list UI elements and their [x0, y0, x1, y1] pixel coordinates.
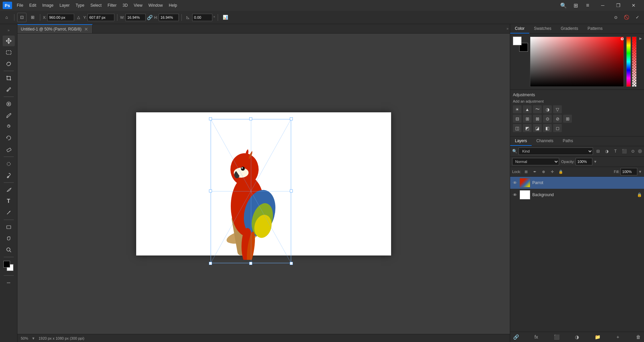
layer-mask-button[interactable]: ⬛ [553, 333, 560, 341]
foreground-color-box[interactable] [513, 37, 522, 45]
y-input[interactable] [88, 14, 114, 21]
tab-gradients[interactable]: Gradients [556, 24, 583, 34]
menu-help[interactable]: Help [166, 2, 180, 9]
brightness-contrast-icon[interactable]: ☀ [513, 105, 522, 113]
color-balance-icon[interactable]: ⊞ [523, 115, 532, 123]
menu-layer[interactable]: Layer [57, 2, 72, 9]
color-saturation-field[interactable] [530, 37, 624, 87]
more-tools-button[interactable]: ••• [3, 277, 15, 288]
filter-toggle[interactable] [638, 149, 642, 153]
transform-handle-mr[interactable] [290, 189, 293, 192]
smartobject-filter-icon[interactable]: ⊙ [629, 148, 637, 155]
lock-move-icon[interactable]: ✛ [548, 168, 556, 175]
link-proportions-icon[interactable]: 🔗 [147, 15, 153, 20]
tab-paths[interactable]: Paths [558, 136, 578, 146]
transform-mode-button[interactable]: ⊡ [17, 13, 26, 22]
workspace-icon[interactable]: ⊞ [571, 1, 580, 10]
channel-mixer-icon[interactable]: ⊘ [553, 115, 562, 123]
warp-mode-button[interactable]: ⊞ [28, 13, 37, 22]
gradient-map-icon[interactable]: ◧ [543, 124, 552, 132]
pixel-filter-icon[interactable]: ⊟ [594, 148, 602, 155]
menu-view[interactable]: View [131, 2, 145, 9]
lock-all-icon[interactable]: 🔒 [557, 168, 565, 175]
layers-kind-filter[interactable]: Kind [519, 148, 593, 155]
invert-icon[interactable]: ◫ [513, 124, 522, 132]
menu-edit[interactable]: Edit [26, 2, 39, 9]
transform-handle-tl[interactable] [209, 117, 212, 120]
transform-handle-bl[interactable] [209, 262, 212, 265]
tab-layers[interactable]: Layers [510, 136, 532, 146]
minimize-button[interactable]: ─ [595, 0, 610, 11]
bw-icon[interactable]: ⊠ [533, 115, 542, 123]
posterize-icon[interactable]: ◩ [523, 124, 532, 132]
x-input[interactable] [47, 14, 74, 21]
hue-slider[interactable] [626, 37, 631, 87]
search-icon[interactable]: 🔍 [559, 1, 568, 10]
layer-item-parrot[interactable]: 👁 Parrot [510, 177, 644, 189]
brush-tool[interactable] [3, 110, 15, 121]
zoom-control[interactable]: ▼ [32, 336, 35, 340]
levels-icon[interactable]: ▲ [523, 105, 532, 113]
delete-layer-button[interactable]: 🗑 [635, 333, 642, 341]
type-filter-icon[interactable]: T [612, 148, 619, 155]
transform-handle-br[interactable] [290, 262, 293, 265]
transform-handle-tr[interactable] [290, 117, 293, 120]
eyedropper-tool[interactable] [3, 84, 15, 95]
close-button[interactable]: ✕ [626, 0, 641, 11]
color-lookup-icon[interactable]: ⊞ [563, 115, 572, 123]
shape-filter-icon[interactable]: ⬛ [621, 148, 628, 155]
more-icon[interactable]: ≡ [583, 1, 592, 10]
foreground-color-swatch[interactable] [3, 261, 10, 268]
w-input[interactable] [125, 14, 146, 21]
alpha-slider[interactable] [632, 37, 637, 87]
curves-icon[interactable]: 〜 [533, 105, 542, 113]
lock-pixels-icon[interactable]: ⊞ [522, 168, 530, 175]
lock-artboard-icon[interactable]: ⊕ [540, 168, 547, 175]
h-input[interactable] [159, 14, 179, 21]
menu-3d[interactable]: 3D [120, 2, 130, 9]
layer-adjustment-button[interactable]: ◑ [573, 333, 581, 341]
opacity-chevron[interactable]: ▼ [593, 160, 597, 164]
layer-group-button[interactable]: 📁 [594, 333, 601, 341]
tab-color[interactable]: Color [510, 24, 529, 34]
fill-chevron[interactable]: ▼ [638, 170, 642, 174]
tab-channels[interactable]: Channels [532, 136, 558, 146]
type-tool[interactable]: T [3, 196, 15, 207]
vibrance-icon[interactable]: ▽ [553, 105, 562, 113]
lasso-tool[interactable] [3, 58, 15, 69]
menu-window[interactable]: Window [146, 2, 166, 9]
fill-input[interactable] [621, 168, 637, 175]
layer-visibility-background[interactable]: 👁 [512, 192, 518, 197]
layer-link-button[interactable]: 🔗 [512, 333, 520, 341]
menu-file[interactable]: File [14, 2, 26, 9]
threshold-icon[interactable]: ◪ [533, 124, 542, 132]
opacity-input[interactable] [576, 158, 592, 165]
blend-mode-select[interactable]: Normal [512, 158, 559, 165]
hue-sat-icon[interactable]: ⊟ [513, 115, 522, 123]
panels-collapse-icon[interactable]: » [505, 24, 510, 33]
hand-tool[interactable] [3, 233, 15, 244]
menu-type[interactable]: Type [73, 2, 87, 9]
document-tab[interactable]: Untitled-1 @ 50% (Parrot, RGB/8) ✕ [17, 24, 93, 33]
photo-filter-icon[interactable]: ⊙ [543, 115, 552, 123]
transform-handle-bm[interactable] [249, 262, 252, 265]
move-tool[interactable] [3, 36, 15, 46]
exposure-icon[interactable]: ◑ [543, 105, 552, 113]
home-button[interactable]: ⌂ [2, 13, 11, 22]
selective-color-icon[interactable]: ◻ [553, 124, 562, 132]
tab-patterns[interactable]: Patterns [583, 24, 607, 34]
layer-effects-button[interactable]: fx [533, 333, 540, 341]
history-brush-tool[interactable] [3, 133, 15, 144]
menu-image[interactable]: Image [40, 2, 56, 9]
dodge-tool[interactable] [3, 170, 15, 181]
tab-close-button[interactable]: ✕ [84, 26, 89, 32]
marquee-tool[interactable] [3, 47, 15, 58]
adjustment-filter-icon[interactable]: ◑ [603, 148, 610, 155]
new-layer-button[interactable]: + [614, 333, 622, 341]
smart-object-icon[interactable]: ⊙ [611, 13, 621, 22]
pen-tool[interactable] [3, 184, 15, 195]
histogram-button[interactable]: 📊 [221, 13, 230, 22]
angle-input[interactable] [192, 14, 212, 21]
tab-swatches[interactable]: Swatches [529, 24, 556, 34]
clone-tool[interactable] [3, 121, 15, 132]
